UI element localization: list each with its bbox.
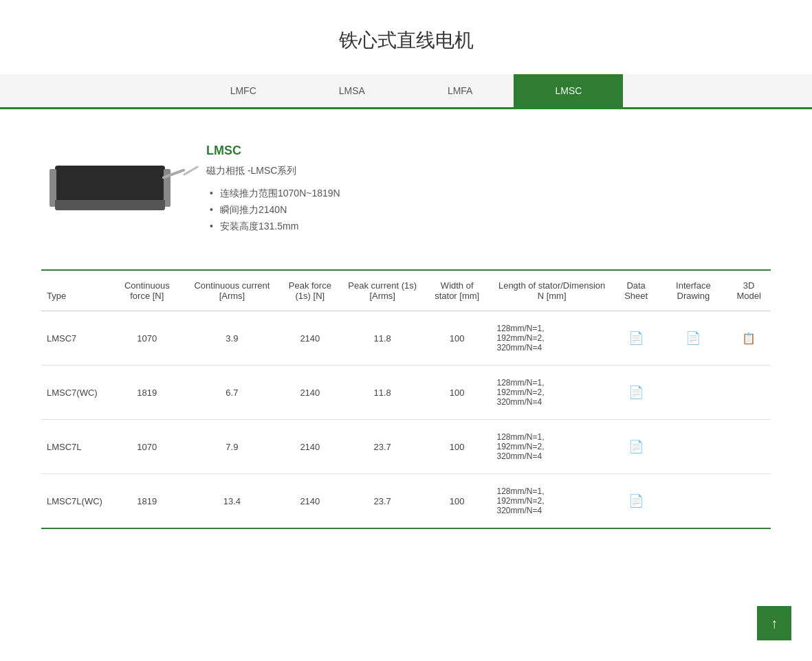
cell-width: 100: [423, 474, 492, 529]
col-header-peak-force: Peak force (1s) [N]: [278, 271, 342, 311]
col-header-cont-force: Continuous force [N]: [108, 271, 186, 311]
cell-peak-force: 2140: [278, 420, 342, 474]
cell-3d: [727, 366, 771, 420]
cell-cont-force: 1070: [108, 420, 186, 474]
cell-width: 100: [423, 420, 492, 474]
cell-type: LMSC7: [41, 311, 108, 366]
interface-pdf-icon[interactable]: 📄: [685, 331, 701, 345]
cell-length: 128mm/N=1, 192mm/N=2, 320mm/N=4: [492, 420, 613, 474]
product-name: LMSC: [206, 144, 771, 158]
table-section: Type Continuous force [N] Continuous cur…: [41, 269, 771, 529]
cell-peak-force: 2140: [278, 311, 342, 366]
page-title: 铁心式直线电机: [0, 0, 812, 74]
cell-peak-current: 11.8: [342, 311, 423, 366]
cell-datasheet[interactable]: 📄: [613, 474, 660, 529]
product-subtitle: 磁力相抵 -LMSC系列: [206, 165, 771, 177]
cell-interface: [660, 366, 727, 420]
table-row: LMSC7L 1070 7.9 2140 23.7 100 128mm/N=1,…: [41, 420, 771, 474]
cell-cont-current: 7.9: [186, 420, 278, 474]
product-image: [41, 144, 179, 235]
cell-width: 100: [423, 311, 492, 366]
col-header-peak-current: Peak current (1s) [Arms]: [342, 271, 423, 311]
col-header-cont-current: Continuous current [Arms]: [186, 271, 278, 311]
cell-type: LMSC7(WC): [41, 366, 108, 420]
cell-cont-force: 1070: [108, 311, 186, 366]
feature-2: 瞬间推力2140N: [206, 202, 771, 219]
cell-peak-current: 23.7: [342, 474, 423, 529]
cell-cont-current: 13.4: [186, 474, 278, 529]
tab-lmfc[interactable]: LMFC: [189, 74, 298, 107]
cell-width: 100: [423, 366, 492, 420]
col-header-datasheet: Data Sheet: [613, 271, 660, 311]
tab-lmsa[interactable]: LMSA: [298, 74, 406, 107]
motor-illustration: [48, 159, 172, 221]
cell-peak-force: 2140: [278, 366, 342, 420]
cell-cont-current: 3.9: [186, 311, 278, 366]
tab-lmfa[interactable]: LMFA: [406, 74, 514, 107]
cell-interface: [660, 420, 727, 474]
cell-interface[interactable]: 📄: [660, 311, 727, 366]
3d-model-icon[interactable]: 📋: [742, 333, 756, 344]
col-header-interface: Interface Drawing: [660, 271, 727, 311]
cell-datasheet[interactable]: 📄: [613, 366, 660, 420]
table-row: LMSC7(WC) 1819 6.7 2140 11.8 100 128mm/N…: [41, 366, 771, 420]
cell-datasheet[interactable]: 📄: [613, 420, 660, 474]
col-header-width: Width of stator [mm]: [423, 271, 492, 311]
cell-peak-force: 2140: [278, 474, 342, 529]
cell-length: 128mm/N=1, 192mm/N=2, 320mm/N=4: [492, 474, 613, 529]
feature-3: 安装高度131.5mm: [206, 219, 771, 235]
table-row: LMSC7 1070 3.9 2140 11.8 100 128mm/N=1, …: [41, 311, 771, 366]
datasheet-pdf-icon[interactable]: 📄: [628, 494, 644, 508]
cell-interface: [660, 474, 727, 529]
cell-length: 128mm/N=1, 192mm/N=2, 320mm/N=4: [492, 366, 613, 420]
col-header-length: Length of stator/Dimension N [mm]: [492, 271, 613, 311]
product-features: 连续推力范围1070N~1819N 瞬间推力2140N 安装高度131.5mm: [206, 186, 771, 235]
cell-3d[interactable]: 📋: [727, 311, 771, 366]
specs-table: Type Continuous force [N] Continuous cur…: [41, 271, 771, 529]
cell-datasheet[interactable]: 📄: [613, 311, 660, 366]
cell-peak-current: 11.8: [342, 366, 423, 420]
cell-cont-force: 1819: [108, 474, 186, 529]
product-info: LMSC 磁力相抵 -LMSC系列 连续推力范围1070N~1819N 瞬间推力…: [206, 144, 771, 235]
cell-length: 128mm/N=1, 192mm/N=2, 320mm/N=4: [492, 311, 613, 366]
col-header-3d: 3D Model: [727, 271, 771, 311]
cell-cont-current: 6.7: [186, 366, 278, 420]
col-header-type: Type: [41, 271, 108, 311]
cell-3d: [727, 474, 771, 529]
cell-cont-force: 1819: [108, 366, 186, 420]
datasheet-pdf-icon[interactable]: 📄: [628, 385, 644, 399]
cell-peak-current: 23.7: [342, 420, 423, 474]
cell-type: LMSC7L(WC): [41, 474, 108, 529]
feature-1: 连续推力范围1070N~1819N: [206, 186, 771, 202]
datasheet-pdf-icon[interactable]: 📄: [628, 440, 644, 453]
table-header-row: Type Continuous force [N] Continuous cur…: [41, 271, 771, 311]
table-row: LMSC7L(WC) 1819 13.4 2140 23.7 100 128mm…: [41, 474, 771, 529]
tabs-bar: LMFC LMSA LMFA LMSC: [0, 74, 812, 109]
cell-3d: [727, 420, 771, 474]
datasheet-pdf-icon[interactable]: 📄: [628, 331, 644, 345]
content-area: LMSC 磁力相抵 -LMSC系列 连续推力范围1070N~1819N 瞬间推力…: [0, 109, 812, 570]
tab-lmsc[interactable]: LMSC: [514, 74, 623, 107]
cell-type: LMSC7L: [41, 420, 108, 474]
product-section: LMSC 磁力相抵 -LMSC系列 连续推力范围1070N~1819N 瞬间推力…: [41, 130, 771, 256]
